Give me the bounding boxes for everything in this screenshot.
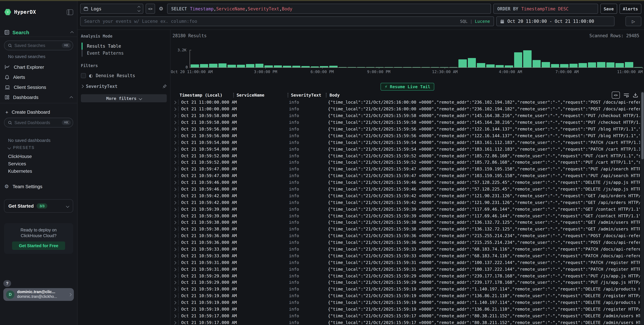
sidebar-item-dashboards[interactable]: Dashboards [0, 92, 77, 102]
histogram-bar[interactable] [477, 63, 485, 67]
row-expand-chevron-icon[interactable] [171, 180, 178, 185]
team-settings-button[interactable]: ⚙ Team Settings [0, 182, 77, 191]
source-settings-gear-icon[interactable]: ⚙ [158, 4, 165, 14]
table-row[interactable]: Oct 21 10:59:52.000 AMinfo{"time_local":… [171, 159, 640, 166]
sidebar-section-search[interactable]: Search [4, 28, 73, 36]
facet-severitytext[interactable]: SeverityText [81, 84, 167, 89]
histogram-bar[interactable] [505, 65, 513, 67]
row-expand-chevron-icon[interactable] [171, 287, 178, 292]
histogram-bar[interactable] [237, 65, 245, 67]
row-expand-chevron-icon[interactable] [171, 233, 178, 238]
row-expand-chevron-icon[interactable] [171, 220, 178, 225]
histogram-bar[interactable] [625, 62, 633, 67]
histogram-bar[interactable] [283, 66, 291, 67]
column-resize-handle[interactable] [288, 93, 288, 97]
chevron-up-icon[interactable] [70, 96, 73, 99]
row-expand-chevron-icon[interactable] [171, 167, 178, 172]
wrap-lines-icon[interactable] [624, 93, 629, 97]
histogram-bar[interactable] [606, 62, 615, 67]
table-row[interactable]: Oct 21 10:59:58.000 AMinfo{"time_local":… [171, 112, 640, 119]
histogram-bar[interactable] [292, 65, 300, 67]
source-select[interactable]: Logs [80, 4, 143, 14]
table-scrollbar[interactable] [641, 92, 644, 325]
histogram-bar[interactable] [264, 65, 273, 67]
table-row[interactable]: Oct 21 10:59:36.000 AMinfo{"time_local":… [171, 232, 640, 239]
column-header-servicename[interactable]: ServiceName [236, 93, 264, 98]
row-expand-chevron-icon[interactable] [171, 273, 178, 278]
row-expand-chevron-icon[interactable] [171, 120, 178, 125]
histogram-bar[interactable] [274, 65, 282, 67]
row-expand-chevron-icon[interactable] [171, 113, 178, 118]
tab-results-table[interactable]: Results Table [82, 43, 167, 50]
histogram-bar[interactable] [551, 64, 559, 67]
table-row[interactable]: Oct 21 10:59:33.000 AMinfo{"time_local":… [171, 246, 640, 252]
denoise-checkbox[interactable] [81, 73, 86, 78]
code-view-button[interactable]: <> [146, 4, 155, 14]
preset-item-kubernetes[interactable]: Kubernetes [8, 167, 32, 175]
table-row[interactable]: Oct 21 10:59:29.000 AMinfo{"time_local":… [171, 279, 640, 286]
row-expand-chevron-icon[interactable] [171, 206, 178, 212]
histogram-bar[interactable] [255, 64, 264, 67]
user-menu[interactable]: D dominic.tran@clic... dominic.tran@clic… [3, 288, 74, 301]
sidebar-item-alerts[interactable]: Alerts [0, 72, 77, 82]
histogram-bar[interactable] [514, 52, 522, 67]
table-row[interactable]: Oct 21 10:59:42.000 AMinfo{"time_local":… [171, 192, 640, 199]
table-row[interactable]: Oct 21 10:59:19.000 AMinfo{"time_local":… [171, 293, 640, 299]
row-expand-chevron-icon[interactable] [171, 300, 178, 305]
table-row[interactable]: Oct 21 10:59:33.000 AMinfo{"time_local":… [171, 252, 640, 259]
help-button[interactable]: ? [3, 280, 11, 287]
scrollbar-thumb[interactable] [641, 92, 644, 159]
table-row[interactable]: Oct 21 11:00:00.000 AMinfo{"time_local":… [171, 99, 640, 106]
column-resize-handle[interactable] [233, 93, 234, 97]
row-expand-chevron-icon[interactable] [171, 313, 178, 318]
row-expand-chevron-icon[interactable] [171, 240, 178, 245]
row-expand-chevron-icon[interactable] [171, 200, 178, 205]
raw-json-toggle-icon[interactable]: <> [612, 92, 620, 99]
table-row[interactable]: Oct 21 10:59:38.000 AMinfo{"time_local":… [171, 219, 640, 226]
preset-item-clickhouse[interactable]: ClickHouse [8, 153, 32, 160]
mode-lucene[interactable]: Lucene [475, 19, 490, 24]
row-expand-chevron-icon[interactable] [171, 247, 178, 252]
row-expand-chevron-icon[interactable] [171, 320, 178, 325]
saved-searches-input[interactable]: Saved Searches ⌘K [4, 40, 73, 50]
row-expand-chevron-icon[interactable] [171, 253, 178, 258]
table-row[interactable]: Oct 21 10:59:42.000 AMinfo{"time_local":… [171, 199, 640, 206]
row-expand-chevron-icon[interactable] [171, 106, 178, 111]
sidebar-collapse-icon[interactable] [67, 9, 73, 15]
column-resize-handle[interactable] [326, 93, 326, 97]
row-expand-chevron-icon[interactable] [171, 307, 178, 312]
table-row[interactable]: Oct 21 10:59:38.000 AMinfo{"time_local":… [171, 226, 640, 232]
histogram-bar[interactable] [190, 64, 199, 67]
row-expand-chevron-icon[interactable] [171, 173, 178, 178]
more-filters-button[interactable]: More filters [81, 94, 167, 102]
table-row[interactable]: Oct 21 10:59:39.000 AMinfo{"time_local":… [171, 212, 640, 219]
get-started-card[interactable]: Get Started 3/3 [4, 199, 73, 213]
table-row[interactable]: Oct 21 10:59:36.000 AMinfo{"time_local":… [171, 239, 640, 246]
get-started-free-button[interactable]: Get Started for Free [12, 242, 65, 250]
histogram-bar[interactable] [579, 63, 587, 67]
table-row[interactable]: Oct 21 10:59:58.000 AMinfo{"time_local":… [171, 119, 640, 126]
table-row[interactable]: Oct 21 10:59:46.000 AMinfo{"time_local":… [171, 179, 640, 186]
histogram-bar[interactable] [458, 59, 467, 67]
table-row[interactable]: Oct 21 10:59:29.000 AMinfo{"time_local":… [171, 272, 640, 279]
column-header-body[interactable]: Body [330, 93, 340, 98]
preset-item-services[interactable]: Services [8, 160, 26, 167]
select-columns-input[interactable]: SELECT Timestamp,ServiceName,SeverityTex… [167, 4, 491, 14]
saved-dashboards-input[interactable]: Saved Dashboards ⌘K [4, 118, 73, 127]
row-expand-chevron-icon[interactable] [171, 146, 178, 151]
histogram-bar[interactable] [329, 66, 338, 67]
histogram-bar[interactable] [320, 66, 328, 67]
table-row[interactable]: Oct 21 10:59:17.000 AMinfo{"time_local":… [171, 313, 640, 319]
row-expand-chevron-icon[interactable] [171, 280, 178, 285]
table-row[interactable]: Oct 21 10:59:31.000 AMinfo{"time_local":… [171, 259, 640, 266]
histogram-bar[interactable] [532, 60, 541, 67]
histogram-bar[interactable] [468, 58, 476, 67]
table-row[interactable]: Oct 21 10:59:52.000 AMinfo{"time_local":… [171, 152, 640, 159]
table-row[interactable]: Oct 21 10:59:46.000 AMinfo{"time_local":… [171, 186, 640, 192]
row-expand-chevron-icon[interactable] [171, 153, 178, 158]
histogram-bar[interactable] [560, 64, 568, 68]
tab-event-patterns[interactable]: Event Patterns [82, 50, 167, 57]
row-expand-chevron-icon[interactable] [171, 186, 178, 192]
create-dashboard-button[interactable]: + Create Dashboard [0, 108, 77, 116]
run-query-button[interactable]: ▷ [626, 16, 641, 26]
